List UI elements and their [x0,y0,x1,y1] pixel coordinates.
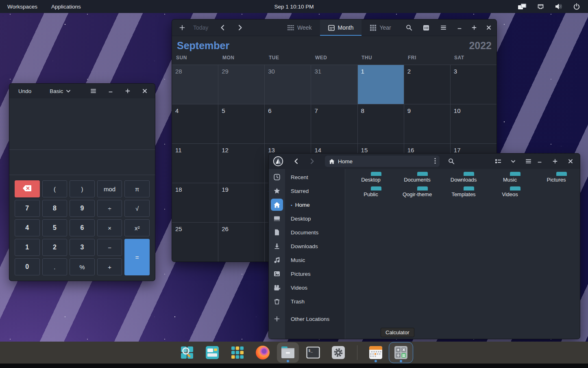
dock-window-layout[interactable] [200,342,225,364]
next-month-button[interactable] [236,23,245,32]
today-button[interactable]: Today [193,24,208,31]
key-pi[interactable]: π [124,180,150,197]
tab-month[interactable]: Month [320,19,362,36]
key-7[interactable]: 7 [15,200,40,217]
key-8[interactable]: 8 [42,200,68,217]
key-1[interactable]: 1 [15,239,40,256]
mode-dropdown[interactable]: Basic [50,88,71,94]
close-button[interactable] [566,157,575,166]
list-view-icon[interactable] [494,157,503,166]
folder-videos[interactable]: Videos [487,188,533,197]
tab-week[interactable]: Week [279,19,320,36]
calendar-day-cell[interactable]: 4 [172,104,218,143]
maximize-button[interactable] [123,87,132,95]
calendar-day-cell[interactable]: 2 [404,65,450,104]
folder-public[interactable]: Public [348,188,394,197]
folder-downloads[interactable]: Downloads [440,174,487,183]
dock-app-grid[interactable] [225,342,250,364]
path-menu-icon[interactable] [434,158,436,165]
calendar-day-cell[interactable]: 29 [218,65,264,104]
calendar-day-cell[interactable]: 3 [451,65,497,104]
dock-files[interactable] [275,342,301,364]
sidebar-item-documents[interactable]: Documents [269,225,345,239]
folder-music[interactable]: Music [487,174,533,183]
key-close-paren[interactable]: ) [70,180,95,197]
calendar-day-cell[interactable]: 10 [451,104,497,143]
minimize-button[interactable] [106,87,115,95]
calendar-day-cell[interactable]: 30 [265,65,311,104]
undo-button[interactable]: Undo [18,88,31,94]
key-decimal[interactable]: . [42,258,68,275]
dock-firefox[interactable] [250,342,275,364]
calendar-grid-icon[interactable] [422,23,431,32]
sidebar-item-trash[interactable]: Trash [269,294,345,308]
new-event-button[interactable] [178,23,187,32]
minimize-button[interactable] [455,23,464,32]
calendar-day-cell[interactable]: 5 [218,104,264,143]
sidebar-item-downloads[interactable]: Downloads [269,239,345,253]
calendar-day-cell[interactable]: 25 [172,223,218,262]
sidebar-item-videos[interactable]: Videos [269,281,345,294]
key-percent[interactable]: % [70,258,95,275]
maximize-button[interactable] [551,157,560,166]
sidebar-item-pictures[interactable]: Pictures [269,267,345,281]
calendar-day-cell[interactable]: 28 [172,65,218,104]
folder-templates[interactable]: Templates [440,188,487,197]
menu-icon[interactable] [524,157,533,166]
key-multiply[interactable]: × [97,219,122,236]
search-icon[interactable] [405,23,414,32]
calendar-day-cell[interactable]: 8 [358,104,404,143]
menu-icon[interactable] [439,23,448,32]
panel-menu-applications[interactable]: Applications [51,4,81,10]
calendar-day-cell[interactable]: 26 [218,223,264,262]
calendar-day-cell[interactable]: 7 [311,104,357,143]
sidebar-item-recent[interactable]: Recent [269,170,345,184]
key-0[interactable]: 0 [15,258,40,275]
search-icon[interactable] [447,157,456,166]
calendar-day-cell[interactable]: 9 [404,104,450,143]
tray-network[interactable] [537,4,544,10]
tray-power[interactable] [573,3,580,10]
back-button[interactable] [292,157,301,166]
key-divide[interactable]: ÷ [97,200,122,217]
folder-documents[interactable]: Documents [394,174,440,183]
folder-qogir-theme[interactable]: Qogir-theme [394,188,440,197]
key-4[interactable]: 4 [15,219,40,236]
tray-workspace-switcher[interactable] [518,3,527,10]
dock-calendar[interactable] [363,342,388,364]
sidebar-item-desktop[interactable]: Desktop [269,212,345,225]
dock-settings[interactable] [326,342,351,364]
sidebar-item-other-locations[interactable]: Other Locations [269,312,345,326]
key-subtract[interactable]: − [97,239,122,256]
key-9[interactable]: 9 [70,200,95,217]
key-3[interactable]: 3 [70,239,95,256]
sidebar-item-home[interactable]: Home [269,198,345,212]
close-button[interactable] [140,87,149,95]
key-6[interactable]: 6 [70,219,95,236]
sidebar-item-music[interactable]: Music [269,253,345,267]
calendar-day-cell[interactable]: 6 [265,104,311,143]
forward-button[interactable] [308,157,317,166]
maximize-button[interactable] [470,23,479,32]
key-equals[interactable]: = [124,239,150,275]
view-options-caret-icon[interactable] [511,157,516,166]
calendar-day-cell[interactable]: 1 [358,65,404,104]
folder-desktop[interactable]: Desktop [348,174,394,183]
calendar-day-cell[interactable]: 11 [172,144,218,183]
sidebar-item-starred[interactable]: Starred [269,184,345,198]
panel-clock[interactable]: Sep 1 10:10 PM [0,4,588,10]
key-add[interactable]: + [97,258,122,275]
calendar-day-cell[interactable]: 19 [218,183,264,222]
folder-pictures[interactable]: Pictures [533,174,579,183]
prev-month-button[interactable] [218,23,227,32]
dock-app-finder[interactable] [174,342,200,364]
key-mod[interactable]: mod [97,180,122,197]
key-5[interactable]: 5 [42,219,68,236]
key-backspace[interactable] [15,180,40,197]
menu-icon[interactable] [89,87,98,95]
key-square[interactable]: x² [124,219,150,236]
minimize-button[interactable] [535,157,544,166]
path-bar[interactable]: Home [325,156,440,167]
key-sqrt[interactable]: √ [124,200,150,217]
calendar-day-cell[interactable]: 12 [218,144,264,183]
